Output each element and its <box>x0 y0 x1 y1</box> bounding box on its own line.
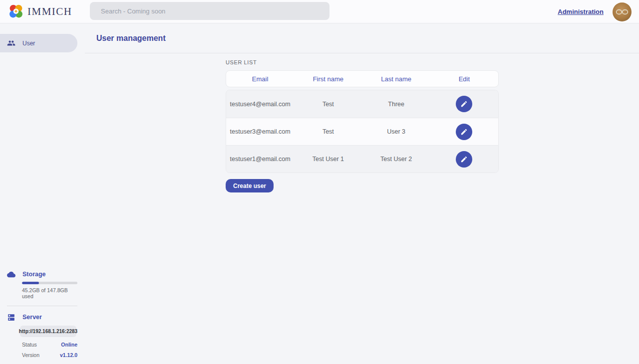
sidebar-divider <box>7 306 77 306</box>
edit-user-button[interactable] <box>456 124 472 140</box>
content-area: USER LIST Email First name Last name Edi… <box>77 53 639 192</box>
table-row: testuser1@email.com Test User 1 Test Use… <box>226 145 498 173</box>
user-avatar[interactable] <box>613 2 632 21</box>
sidebar: User Storage 45.2GB of 147.8GB used Serv… <box>0 23 77 364</box>
user-list-label: USER LIST <box>226 59 639 65</box>
column-header-email: Email <box>226 75 294 83</box>
version-value: v1.12.0 <box>60 352 77 358</box>
navbar-right: Administration <box>558 0 632 23</box>
search-input[interactable] <box>90 2 329 20</box>
cell-first-name: Test User 1 <box>294 156 362 163</box>
storage-section-header: Storage <box>7 270 77 279</box>
sidebar-bottom: Storage 45.2GB of 147.8GB used Server ht… <box>0 270 77 358</box>
top-navbar: IMMICH Administration <box>0 0 639 23</box>
table-header-row: Email First name Last name Edit <box>226 70 499 87</box>
pencil-icon <box>460 128 468 136</box>
server-status-row: Status Online <box>22 342 77 348</box>
glasses-icon <box>616 8 629 15</box>
page-header: User management <box>77 23 639 53</box>
column-header-first-name: First name <box>294 75 362 83</box>
storage-title: Storage <box>22 271 46 278</box>
status-value: Online <box>61 342 77 348</box>
cell-last-name: Test User 2 <box>362 156 430 163</box>
column-header-last-name: Last name <box>362 75 430 83</box>
server-url-badge: http://192.168.1.216:2283 <box>20 326 76 337</box>
pencil-icon <box>460 100 468 108</box>
server-title: Server <box>22 314 42 321</box>
storage-progress-fill <box>22 282 39 284</box>
create-user-button[interactable]: Create user <box>226 179 274 192</box>
server-section-header: Server <box>7 313 77 322</box>
server-icon <box>7 313 15 322</box>
cell-email: testuser1@email.com <box>226 156 294 163</box>
storage-progress <box>22 282 77 284</box>
main-content: User management USER LIST Email First na… <box>77 23 639 364</box>
search-bar <box>90 2 329 20</box>
server-version-row: Version v1.12.0 <box>22 352 77 358</box>
app-title: IMMICH <box>27 5 72 18</box>
cell-first-name: Test <box>294 128 362 135</box>
table-body: testuser4@email.com Test Three testuser3… <box>226 90 499 173</box>
cell-last-name: User 3 <box>362 128 430 135</box>
cell-email: testuser4@email.com <box>226 101 294 108</box>
table-row: testuser3@email.com Test User 3 <box>226 118 498 145</box>
storage-usage-text: 45.2GB of 147.8GB used <box>22 287 77 299</box>
immich-logo[interactable]: IMMICH <box>8 3 72 19</box>
page-title: User management <box>96 34 166 43</box>
administration-link[interactable]: Administration <box>558 8 604 15</box>
sidebar-item-users[interactable]: User <box>0 34 77 52</box>
status-label: Status <box>22 342 37 348</box>
cell-last-name: Three <box>362 101 430 108</box>
cell-email: testuser3@email.com <box>226 128 294 135</box>
column-header-edit: Edit <box>430 75 498 83</box>
table-row: testuser4@email.com Test Three <box>226 90 498 118</box>
cell-first-name: Test <box>294 101 362 108</box>
cloud-icon <box>7 270 15 279</box>
immich-flower-icon <box>8 3 24 19</box>
sidebar-item-label: User <box>22 40 35 47</box>
edit-user-button[interactable] <box>456 151 472 168</box>
user-table: Email First name Last name Edit testuser… <box>226 70 499 173</box>
pencil-icon <box>460 156 468 163</box>
edit-user-button[interactable] <box>456 96 472 112</box>
version-label: Version <box>22 352 39 358</box>
people-icon <box>7 39 15 47</box>
